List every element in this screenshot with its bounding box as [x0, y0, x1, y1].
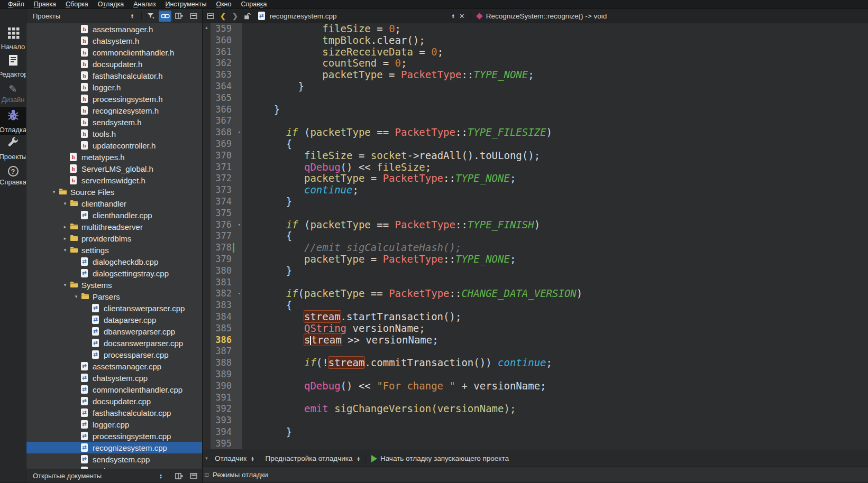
close-document-icon[interactable]: ✕	[455, 12, 469, 20]
sort-updown-icon[interactable]: ▲▼	[126, 11, 139, 22]
line-number[interactable]: 363	[211, 69, 242, 81]
code-line-364[interactable]: 364 }	[211, 81, 868, 92]
code-line-394[interactable]: 394 }	[211, 426, 868, 438]
menu-Окно[interactable]: Окно	[211, 1, 236, 8]
code-text[interactable]: if(!stream.commitTransaction()) continue…	[250, 357, 868, 369]
line-number[interactable]: 376▾	[211, 219, 242, 231]
chevron-down-icon[interactable]: ▾	[60, 282, 70, 287]
code-text[interactable]: qDebug() << "For change " + versionName;	[250, 380, 868, 392]
code-line-389[interactable]: 389	[211, 369, 868, 380]
tree-row-Parsers[interactable]: ▾Parsers	[26, 291, 202, 302]
tree-row-tools.h[interactable]: htools.h	[26, 128, 202, 140]
code-line-376[interactable]: 376▾ if (packetType == PacketType::TYPE_…	[211, 219, 868, 231]
code-line-372[interactable]: 372 packetType = PacketType::TYPE_NONE;	[211, 173, 868, 184]
code-line-393[interactable]: 393	[211, 415, 868, 426]
code-text[interactable]: stream.startTransaction();	[250, 311, 868, 323]
code-line-365[interactable]: 365	[211, 92, 868, 104]
fold-marker-icon[interactable]: ▾	[238, 219, 241, 231]
code-line-390[interactable]: 390 qDebug() << "For change " + versionN…	[211, 380, 868, 392]
sort-updown-icon[interactable]: ▲▼	[154, 470, 167, 481]
chevron-right-icon[interactable]: ▸	[60, 236, 70, 241]
code-text[interactable]: if (packetType == PacketType::TYPE_FINIS…	[250, 219, 868, 231]
scroll-up-icon[interactable]: ▲	[205, 25, 209, 30]
code-text[interactable]	[250, 92, 868, 104]
tree-row-recognizesystem.h[interactable]: hrecognizesystem.h	[26, 105, 202, 116]
debugger-preset-combo[interactable]: Преднастройка отладчика ▲▼	[261, 454, 364, 462]
line-number[interactable]: 365	[211, 92, 242, 104]
start-debug-label[interactable]: Начать отладку запускающего проекта	[380, 454, 509, 462]
line-number[interactable]: 383	[211, 300, 242, 311]
chevron-right-icon[interactable]: ▸	[60, 224, 70, 229]
code-text[interactable]: fileSize = 0;	[250, 23, 868, 35]
tree-row-updatecontroller.h[interactable]: hupdatecontroller.h	[26, 140, 202, 151]
line-number[interactable]: 368▾	[211, 127, 242, 138]
document-selector[interactable]: ⇄ recognizesystem.cpp ▲▼	[258, 12, 455, 21]
mode-item-Начало[interactable]: Начало	[0, 25, 26, 52]
code-text[interactable]: packetType = PacketType::TYPE_NONE;	[250, 173, 868, 184]
line-number[interactable]: 394	[211, 426, 242, 438]
mode-item-Дизайн[interactable]: ✎Дизайн	[0, 80, 26, 107]
code-line-373[interactable]: 373 continue;	[211, 184, 868, 196]
code-line-370[interactable]: 370 fileSize = socket->readAll().toULong…	[211, 150, 868, 162]
chevron-down-icon[interactable]: ▾	[49, 189, 59, 194]
code-text[interactable]	[250, 392, 868, 404]
code-text[interactable]: if (packetType == PacketType::TYPE_FILES…	[250, 127, 868, 138]
debug-run-icon[interactable]	[371, 455, 377, 462]
line-number[interactable]: 380	[211, 265, 242, 277]
tree-row-tools.cpp[interactable]: ⇄tools.cpp	[26, 465, 202, 469]
code-text[interactable]: tmpBlock.clear();	[250, 35, 868, 47]
open-documents-title[interactable]: Открытые документы	[33, 472, 154, 480]
code-text[interactable]: {	[250, 300, 868, 311]
tree-row-docsupdater.h[interactable]: hdocsupdater.h	[26, 58, 202, 70]
link-with-editor-icon[interactable]	[159, 11, 171, 22]
projects-panel-title[interactable]: Проекты	[33, 12, 126, 20]
chevron-down-icon[interactable]: ▾	[71, 294, 81, 299]
code-text[interactable]: }	[250, 265, 868, 277]
line-number[interactable]: 393	[211, 415, 242, 426]
tree-row-processingsystem.cpp[interactable]: ⇄processingsystem.cpp	[26, 430, 202, 442]
code-line-377[interactable]: 377 {	[211, 230, 868, 242]
line-number[interactable]: 370	[211, 150, 242, 162]
mode-item-Справка[interactable]: ?Справка	[0, 162, 26, 190]
line-number[interactable]: 389	[211, 369, 242, 380]
tree-row-Source Files[interactable]: ▾Source Files	[26, 186, 202, 198]
code-line-387[interactable]: 387	[211, 346, 868, 357]
code-text[interactable]: qDebug() << fileSize;	[250, 162, 868, 173]
navigate-back-icon[interactable]: ❮	[217, 12, 229, 20]
code-line-367[interactable]: 367	[211, 115, 868, 127]
line-number[interactable]: 381	[211, 277, 242, 289]
code-text[interactable]: stream >> versionName;	[250, 335, 868, 346]
code-line-381[interactable]: 381	[211, 277, 868, 289]
fold-marker-icon[interactable]: ▾	[238, 127, 241, 138]
line-number[interactable]: 386	[211, 335, 242, 346]
tree-row-commonclienthandler.cpp[interactable]: ⇄commonclienthandler.cpp	[26, 384, 202, 395]
code-text[interactable]: //emit sigCalculateHash();	[250, 242, 868, 254]
code-line-395[interactable]: 395	[211, 438, 868, 450]
code-line-388[interactable]: 388 if(!stream.commitTransaction()) cont…	[211, 357, 868, 369]
code-text[interactable]	[250, 208, 868, 219]
panel-box-icon[interactable]	[204, 11, 217, 22]
code-line-378[interactable]: 378 //emit sigCalculateHash();	[211, 242, 868, 254]
code-text[interactable]: }	[250, 196, 868, 208]
line-number[interactable]: 361	[211, 47, 242, 58]
tree-row-Systems[interactable]: ▾Systems	[26, 279, 202, 291]
fold-marker-icon[interactable]: ▾	[238, 288, 241, 300]
debugger-combo[interactable]: Отладчик ▲▼	[211, 454, 259, 462]
tree-row-clientanswerparser.cpp[interactable]: ⇄clientanswerparser.cpp	[26, 302, 202, 314]
code-text[interactable]: sizeReceiveData = 0;	[250, 47, 868, 58]
line-number[interactable]: 369	[211, 138, 242, 150]
code-line-391[interactable]: 391	[211, 392, 868, 404]
unlock-icon[interactable]	[241, 11, 254, 22]
code-text[interactable]	[250, 415, 868, 426]
chevron-down-icon[interactable]: ▾	[60, 201, 70, 206]
tree-row-docsupdater.cpp[interactable]: ⇄docsupdater.cpp	[26, 395, 202, 407]
tree-row-multithreadserver[interactable]: ▸multithreadserver	[26, 221, 202, 233]
line-number[interactable]: 379	[211, 254, 242, 265]
code-text[interactable]: {	[250, 138, 868, 150]
code-line-374[interactable]: 374 }	[211, 196, 868, 208]
line-number[interactable]: 372	[211, 173, 242, 184]
tree-row-dialogcheckdb.cpp[interactable]: ⇄dialogcheckdb.cpp	[26, 256, 202, 267]
code-text[interactable]: if(packetType == PacketType::CHANGE_DATA…	[250, 288, 868, 300]
line-number[interactable]: 371	[211, 162, 242, 173]
tree-row-logger.cpp[interactable]: ⇄logger.cpp	[26, 419, 202, 430]
